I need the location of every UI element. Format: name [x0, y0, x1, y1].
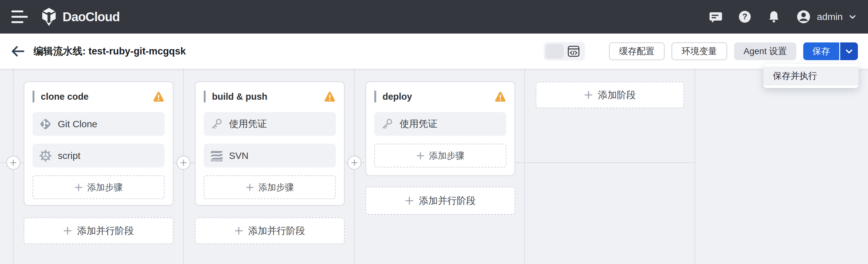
stage-header: deploy	[374, 89, 506, 104]
stage-card-build-push: build & push 使用凭证	[195, 81, 345, 206]
add-step-label: 添加步骤	[258, 181, 294, 193]
stage-card-clone-code: clone code Git Clone	[24, 81, 174, 206]
drag-handle[interactable]	[374, 90, 376, 103]
insert-stage-button[interactable]	[6, 156, 20, 170]
column-line	[694, 69, 695, 264]
add-parallel-stage-button[interactable]: 添加并行阶段	[24, 217, 174, 244]
plus-icon	[63, 226, 72, 235]
add-parallel-label: 添加并行阶段	[248, 225, 305, 237]
step-label: SVN	[229, 150, 249, 161]
back-button[interactable]	[10, 44, 25, 59]
stage-title[interactable]: build & push	[212, 91, 324, 102]
username: admin	[817, 11, 843, 22]
pipeline-canvas: clone code Git Clone	[0, 69, 868, 264]
save-and-run-item[interactable]: 保存并执行	[764, 67, 859, 85]
plus-icon	[584, 90, 593, 99]
agent-settings-button[interactable]: Agent 设置	[734, 43, 796, 60]
daocloud-logo[interactable]: DaoCloud	[40, 8, 120, 26]
add-parallel-stage-button[interactable]: 添加并行阶段	[366, 187, 515, 215]
help-icon[interactable]: ?	[738, 10, 752, 24]
add-parallel-stage-button[interactable]: 添加并行阶段	[195, 217, 345, 244]
step-use-credential[interactable]: 使用凭证	[204, 112, 336, 136]
stage-header: build & push	[204, 89, 336, 104]
step-label: Git Clone	[58, 119, 97, 129]
top-nav-bar: DaoCloud ? admin	[0, 0, 868, 33]
chevron-down-icon	[845, 47, 854, 56]
plus-icon	[405, 196, 414, 205]
code-editor-icon	[567, 45, 580, 58]
env-vars-button[interactable]: 环境变量	[672, 43, 727, 60]
plus-icon	[10, 159, 17, 166]
brand-name: DaoCloud	[63, 10, 120, 24]
step-script[interactable]: script	[33, 144, 164, 167]
message-icon[interactable]	[709, 10, 723, 24]
step-label: script	[58, 150, 81, 161]
chevron-down-icon	[848, 13, 857, 21]
key-icon	[381, 117, 394, 131]
column-line	[524, 69, 525, 264]
plus-icon	[74, 183, 83, 191]
stage-card-deploy: deploy 使用凭证	[366, 81, 515, 176]
cache-config-button[interactable]: 缓存配置	[609, 43, 664, 60]
step-svn[interactable]: SVN	[204, 144, 336, 167]
drag-handle[interactable]	[33, 90, 34, 103]
save-button[interactable]: 保存	[803, 43, 839, 60]
menu-icon[interactable]	[11, 10, 28, 23]
page-header: 编辑流水线: test-ruby-git-mcgqsk 缓存配置 环境变量 Ag…	[0, 33, 868, 69]
pipeline-editor-page: { "topbar": { "brand": "DaoCloud", "user…	[0, 0, 868, 264]
save-dropdown-menu: 保存并执行	[764, 64, 859, 88]
step-label: 使用凭证	[400, 117, 437, 130]
save-more-button[interactable]	[840, 43, 858, 60]
add-step-button[interactable]: 添加步骤	[374, 144, 506, 167]
stage-title[interactable]: deploy	[382, 91, 494, 102]
warning-icon	[153, 91, 164, 102]
step-use-credential[interactable]: 使用凭证	[374, 112, 506, 136]
daocloud-logo-icon	[40, 8, 58, 26]
notification-bell-icon[interactable]	[767, 10, 781, 24]
editor-view-toggle[interactable]	[544, 42, 585, 60]
add-stage-button[interactable]: 添加阶段	[536, 82, 684, 108]
step-git-clone[interactable]: Git Clone	[33, 112, 164, 136]
git-icon	[39, 117, 52, 131]
graphic-view-segment[interactable]	[546, 44, 564, 58]
add-parallel-label: 添加并行阶段	[419, 194, 476, 207]
plus-icon	[246, 183, 254, 191]
code-view-segment[interactable]	[564, 45, 583, 58]
svg-text:?: ?	[743, 12, 747, 21]
add-step-label: 添加步骤	[87, 181, 123, 193]
add-step-button[interactable]: 添加步骤	[33, 175, 164, 199]
page-title: 编辑流水线: test-ruby-git-mcgqsk	[33, 45, 186, 58]
user-menu[interactable]: admin	[796, 9, 857, 24]
warning-icon	[324, 91, 336, 102]
step-label: 使用凭证	[229, 117, 267, 130]
save-split-button: 保存	[803, 43, 858, 60]
add-step-label: 添加步骤	[429, 150, 464, 162]
plus-icon	[180, 159, 187, 166]
insert-stage-button[interactable]	[177, 156, 190, 170]
topbar-actions: ? admin	[709, 9, 857, 24]
add-stage-label: 添加阶段	[598, 89, 636, 102]
add-step-button[interactable]: 添加步骤	[204, 175, 336, 199]
avatar	[796, 9, 811, 24]
plus-icon	[235, 226, 243, 235]
add-parallel-label: 添加并行阶段	[77, 225, 134, 237]
plus-icon	[416, 152, 425, 160]
insert-stage-button[interactable]	[347, 156, 361, 170]
drag-handle[interactable]	[204, 90, 206, 103]
plus-icon	[351, 159, 358, 166]
svn-icon	[210, 149, 223, 162]
gear-icon	[39, 149, 52, 162]
warning-icon	[494, 91, 506, 102]
stage-header: clone code	[33, 89, 164, 104]
stage-title[interactable]: clone code	[41, 91, 153, 102]
key-icon	[210, 117, 223, 131]
